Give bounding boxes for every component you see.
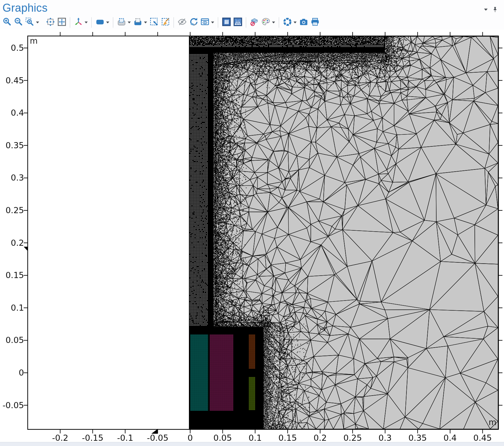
zoom-in-icon bbox=[2, 17, 12, 28]
camera-icon bbox=[299, 17, 308, 28]
toolbar-separator bbox=[113, 17, 113, 28]
zoom-box-button-dropdown[interactable] bbox=[35, 17, 39, 28]
hide-selected-button[interactable] bbox=[176, 17, 188, 28]
default-view-button[interactable] bbox=[73, 17, 84, 28]
x-axis-unit-label: m bbox=[489, 418, 496, 426]
zoom-extents-icon bbox=[46, 17, 55, 28]
toolbar-separator bbox=[174, 17, 174, 28]
print-icon bbox=[310, 17, 320, 28]
bottom-strip bbox=[0, 442, 504, 446]
zoom-box-icon bbox=[25, 17, 34, 28]
reset-hiding-button[interactable] bbox=[188, 17, 199, 28]
hide-eye-icon bbox=[178, 17, 187, 28]
show-mesh-button[interactable] bbox=[232, 17, 243, 28]
zoom-box-button[interactable] bbox=[24, 17, 35, 28]
toolbar-separator bbox=[70, 17, 70, 28]
graphics-toolbar bbox=[0, 15, 504, 30]
clear-selection-button[interactable] bbox=[160, 17, 171, 28]
view-hidden-button[interactable] bbox=[199, 17, 210, 28]
toolbar-group bbox=[282, 17, 321, 28]
reset-hide-icon bbox=[189, 17, 198, 28]
toolbar-group bbox=[116, 17, 171, 28]
remove-plot-button[interactable] bbox=[249, 17, 260, 28]
clear-broom-icon bbox=[161, 17, 170, 28]
scene-light-button[interactable] bbox=[282, 17, 293, 28]
toolbar-group bbox=[249, 17, 276, 28]
erase-icon bbox=[250, 17, 259, 28]
zoom-out-button[interactable] bbox=[13, 17, 24, 28]
default-view-icon bbox=[74, 17, 83, 28]
toolbar-group bbox=[94, 17, 110, 28]
image-snapshot-button[interactable] bbox=[298, 17, 309, 28]
cube-gray-icon bbox=[117, 17, 126, 28]
show-mesh-icon bbox=[233, 17, 242, 28]
cube-blue-icon bbox=[133, 17, 142, 28]
caret-down-icon[interactable] bbox=[481, 5, 490, 14]
color-palette-button-dropdown[interactable] bbox=[271, 17, 275, 28]
palette-icon bbox=[261, 17, 270, 28]
toolbar-separator bbox=[218, 17, 218, 28]
view-hidden-button-dropdown[interactable] bbox=[210, 17, 214, 28]
view-mode-button[interactable] bbox=[94, 17, 106, 28]
select-entities-button[interactable] bbox=[132, 17, 143, 28]
show-grid-button[interactable] bbox=[221, 17, 232, 28]
y-axis-unit-label: m bbox=[30, 37, 38, 45]
zoom-extents-button[interactable] bbox=[45, 17, 56, 28]
zoom-out-icon bbox=[14, 17, 23, 28]
graphics-panel: Graphics -0.2-0.15-0.1-0.0500.050.10.150… bbox=[0, 0, 504, 446]
panel-header: Graphics bbox=[0, 0, 504, 15]
print-button[interactable] bbox=[309, 17, 321, 28]
select-objects-button[interactable] bbox=[116, 17, 127, 28]
aperture-icon bbox=[283, 17, 292, 28]
default-view-button-dropdown[interactable] bbox=[84, 17, 88, 28]
select-arrow-icon bbox=[150, 17, 159, 28]
toolbar-separator bbox=[91, 17, 92, 28]
select-objects-button-dropdown[interactable] bbox=[127, 17, 131, 28]
color-palette-button[interactable] bbox=[260, 17, 271, 28]
select-entities-button-dropdown[interactable] bbox=[143, 17, 147, 28]
toolbar-group bbox=[221, 17, 243, 28]
toolbar-group bbox=[45, 17, 67, 28]
graphics-canvas[interactable] bbox=[0, 0, 504, 446]
zoom-selected-icon bbox=[57, 17, 66, 28]
pin-icon[interactable] bbox=[490, 5, 500, 14]
view-hidden-icon bbox=[200, 17, 210, 28]
panel-title: Graphics bbox=[2, 1, 47, 15]
toolbar-separator bbox=[246, 17, 246, 28]
toolbar-separator bbox=[279, 17, 279, 28]
view-mode-button-dropdown[interactable] bbox=[106, 17, 110, 28]
toolbar-group bbox=[176, 17, 215, 28]
zoom-in-button[interactable] bbox=[1, 17, 13, 28]
scene-light-button-dropdown[interactable] bbox=[293, 17, 297, 28]
toolbar-group bbox=[73, 17, 89, 28]
zoom-to-selection-button[interactable] bbox=[56, 17, 67, 28]
show-grid-icon bbox=[222, 17, 231, 28]
toolbar-group bbox=[1, 17, 40, 28]
roundrect-icon bbox=[95, 17, 105, 28]
new-selection-button[interactable] bbox=[148, 17, 160, 28]
